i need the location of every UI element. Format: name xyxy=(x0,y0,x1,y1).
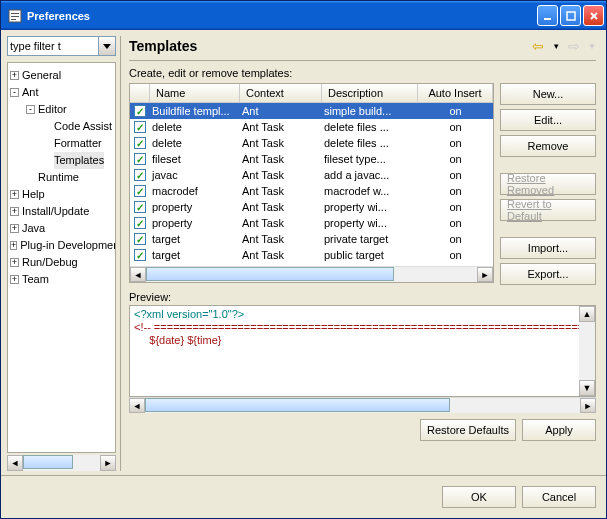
new-button[interactable]: New... xyxy=(500,83,596,105)
cell-description: macrodef w... xyxy=(322,185,418,197)
checkbox[interactable]: ✓ xyxy=(134,233,146,245)
table-row[interactable]: ✓macrodefAnt Taskmacrodef w...on xyxy=(130,183,493,199)
tree-item[interactable]: Templates xyxy=(10,152,115,169)
checkbox[interactable]: ✓ xyxy=(134,105,146,117)
titlebar[interactable]: Preferences xyxy=(1,1,606,30)
cell-name: delete xyxy=(150,121,240,133)
table-row[interactable]: ✓Buildfile templ...Antsimple build...on xyxy=(130,103,493,119)
checkbox[interactable]: ✓ xyxy=(134,121,146,133)
maximize-button[interactable] xyxy=(560,5,581,26)
col-name[interactable]: Name xyxy=(150,84,240,102)
filter-dropdown-button[interactable] xyxy=(99,36,116,56)
preferences-tree[interactable]: +General-Ant-EditorCode AssistFormatterT… xyxy=(7,62,116,453)
tree-item[interactable]: +Plug-in Development xyxy=(10,237,115,254)
scroll-left-icon[interactable]: ◄ xyxy=(130,267,146,282)
tree-item-label: Run/Debug xyxy=(22,254,78,271)
tree-item[interactable]: +General xyxy=(10,67,115,84)
cell-context: Ant Task xyxy=(240,153,322,165)
checkbox[interactable]: ✓ xyxy=(134,185,146,197)
col-description[interactable]: Description xyxy=(322,84,418,102)
tree-item[interactable]: -Editor xyxy=(10,101,115,118)
cell-name: delete xyxy=(150,137,240,149)
nav-back-icon[interactable]: ⇦ xyxy=(532,38,544,54)
cancel-button[interactable]: Cancel xyxy=(522,486,596,508)
tree-item[interactable]: -Ant xyxy=(10,84,115,101)
import-button[interactable]: Import... xyxy=(500,237,596,259)
scroll-left-icon[interactable]: ◄ xyxy=(7,455,23,471)
cell-name: target xyxy=(150,249,240,261)
checkbox[interactable]: ✓ xyxy=(134,249,146,261)
back-menu-icon[interactable]: ▼ xyxy=(552,42,560,51)
cell-name: Buildfile templ... xyxy=(150,105,240,117)
instruction-label: Create, edit or remove templates: xyxy=(125,61,600,83)
checkbox[interactable]: ✓ xyxy=(134,153,146,165)
tree-twist-icon[interactable]: + xyxy=(10,207,19,216)
export-button[interactable]: Export... xyxy=(500,263,596,285)
apply-button[interactable]: Apply xyxy=(522,419,596,441)
cell-description: delete files ... xyxy=(322,137,418,149)
table-row[interactable]: ✓propertyAnt Taskproperty wi...on xyxy=(130,215,493,231)
tree-item[interactable]: +Java xyxy=(10,220,115,237)
tree-item[interactable]: Formatter xyxy=(10,135,115,152)
tree-item[interactable]: +Team xyxy=(10,271,115,288)
tree-twist-icon[interactable]: + xyxy=(10,71,19,80)
cell-name: target xyxy=(150,233,240,245)
table-row[interactable]: ✓deleteAnt Taskdelete files ...on xyxy=(130,119,493,135)
preview-vscrollbar[interactable]: ▲ ▼ xyxy=(579,306,595,396)
close-button[interactable] xyxy=(583,5,604,26)
ok-button[interactable]: OK xyxy=(442,486,516,508)
templates-table[interactable]: Name Context Description Auto Insert ✓Bu… xyxy=(129,83,494,283)
table-row[interactable]: ✓propertyAnt Taskproperty wi...on xyxy=(130,199,493,215)
tree-twist-icon[interactable]: + xyxy=(10,275,19,284)
table-row[interactable]: ✓filesetAnt Taskfileset type...on xyxy=(130,151,493,167)
col-context[interactable]: Context xyxy=(240,84,322,102)
checkbox[interactable]: ✓ xyxy=(134,169,146,181)
tree-item-label: Install/Update xyxy=(22,203,89,220)
cell-context: Ant Task xyxy=(240,185,322,197)
tree-twist-icon[interactable]: - xyxy=(26,105,35,114)
table-hscrollbar[interactable]: ◄ ► xyxy=(130,266,493,282)
scroll-right-icon[interactable]: ► xyxy=(100,455,116,471)
preview-hscrollbar[interactable]: ◄ ► xyxy=(129,397,596,413)
tree-twist-icon[interactable]: + xyxy=(10,224,19,233)
fwd-menu-icon: ▼ xyxy=(588,42,596,51)
tree-item-label: Ant xyxy=(22,84,39,101)
table-row[interactable]: ✓deleteAnt Taskdelete files ...on xyxy=(130,135,493,151)
cell-autoinsert: on xyxy=(418,201,493,213)
restore-defaults-button[interactable]: Restore Defaults xyxy=(420,419,516,441)
table-row[interactable]: ✓javacAnt Taskadd a javac...on xyxy=(130,167,493,183)
edit-button[interactable]: Edit... xyxy=(500,109,596,131)
scroll-left-icon[interactable]: ◄ xyxy=(129,398,145,413)
table-row[interactable]: ✓targetAnt Taskprivate targeton xyxy=(130,231,493,247)
tree-twist-icon[interactable]: + xyxy=(10,258,19,267)
tree-item-label: Plug-in Development xyxy=(20,237,116,254)
checkbox[interactable]: ✓ xyxy=(134,137,146,149)
cell-autoinsert: on xyxy=(418,169,493,181)
cell-autoinsert: on xyxy=(418,185,493,197)
col-autoinsert[interactable]: Auto Insert xyxy=(418,84,493,102)
scroll-down-icon[interactable]: ▼ xyxy=(579,380,595,396)
tree-item[interactable]: Runtime xyxy=(10,169,115,186)
tree-item[interactable]: +Help xyxy=(10,186,115,203)
preview-box: <?xml version="1.0"?> <!-- =============… xyxy=(129,305,596,397)
tree-twist-icon[interactable]: + xyxy=(10,241,17,250)
minimize-button[interactable] xyxy=(537,5,558,26)
tree-twist-icon[interactable]: - xyxy=(10,88,19,97)
scroll-right-icon[interactable]: ► xyxy=(580,398,596,413)
scroll-right-icon[interactable]: ► xyxy=(477,267,493,282)
cell-context: Ant xyxy=(240,105,322,117)
tree-twist-icon[interactable]: + xyxy=(10,190,19,199)
tree-item[interactable]: +Run/Debug xyxy=(10,254,115,271)
checkbox[interactable]: ✓ xyxy=(134,217,146,229)
filter-input[interactable] xyxy=(7,36,99,56)
tree-hscrollbar[interactable]: ◄ ► xyxy=(7,455,116,471)
remove-button[interactable]: Remove xyxy=(500,135,596,157)
cell-description: delete files ... xyxy=(322,121,418,133)
cell-autoinsert: on xyxy=(418,217,493,229)
table-header[interactable]: Name Context Description Auto Insert xyxy=(130,84,493,103)
checkbox[interactable]: ✓ xyxy=(134,201,146,213)
table-row[interactable]: ✓targetAnt Taskpublic targeton xyxy=(130,247,493,263)
tree-item[interactable]: +Install/Update xyxy=(10,203,115,220)
scroll-up-icon[interactable]: ▲ xyxy=(579,306,595,322)
tree-item[interactable]: Code Assist xyxy=(10,118,115,135)
